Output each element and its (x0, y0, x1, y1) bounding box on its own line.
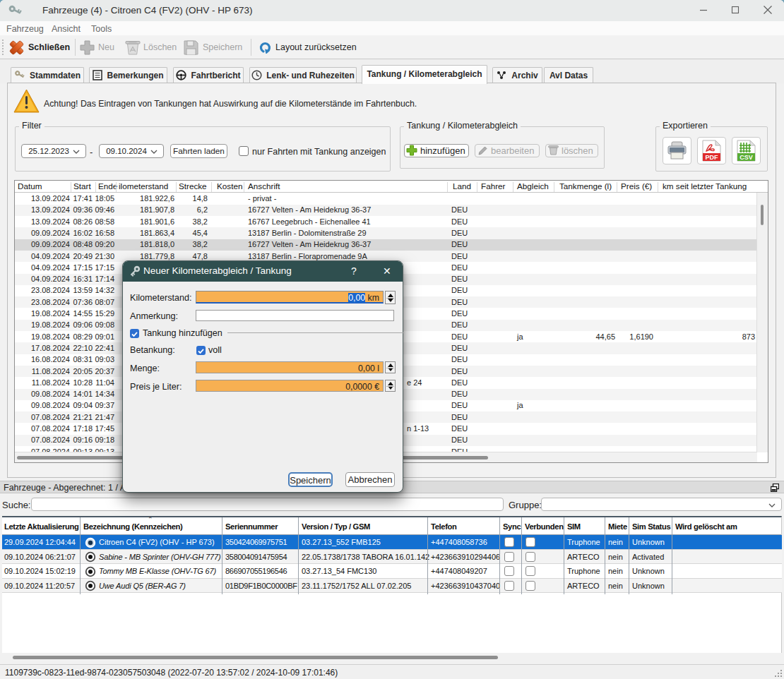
svg-text:PDF: PDF (706, 154, 719, 161)
svg-text:CSV: CSV (740, 154, 753, 161)
